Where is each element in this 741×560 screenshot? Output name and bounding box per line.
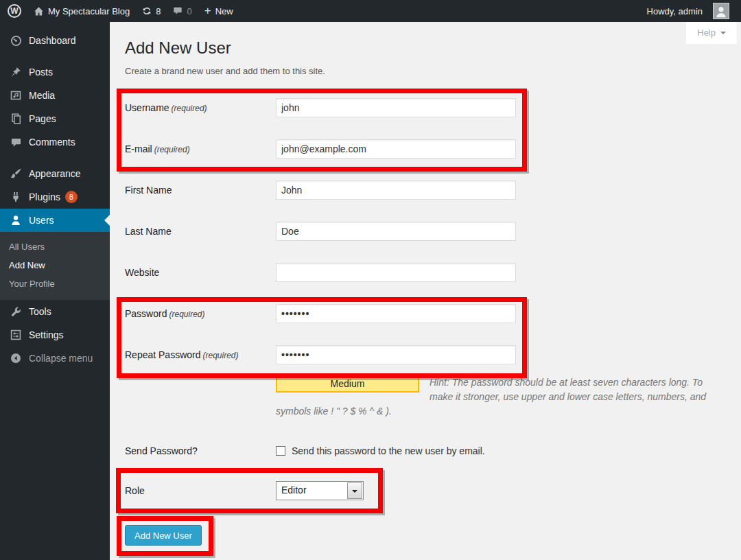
password-row: Password(required) <box>125 304 741 323</box>
send-password-label: Send Password? <box>125 445 276 456</box>
dashboard-icon <box>9 35 23 47</box>
my-account-menu[interactable]: Howdy, admin <box>641 0 741 22</box>
email-input[interactable] <box>276 139 516 159</box>
role-select[interactable]: Editor <box>276 481 364 500</box>
comments-bubble-icon <box>9 137 23 148</box>
sidebar-label: Comments <box>29 137 75 148</box>
sidebar-item-dashboard[interactable]: Dashboard <box>0 29 110 52</box>
menu-separator <box>0 52 110 60</box>
password-input[interactable] <box>276 304 516 323</box>
media-icon <box>9 90 23 101</box>
sidebar-item-comments[interactable]: Comments <box>0 130 110 154</box>
sidebar-item-media[interactable]: Media <box>0 84 110 107</box>
comments-link[interactable]: 0 <box>167 0 198 22</box>
sidebar-label: Collapse menu <box>29 353 93 364</box>
username-label: Username(required) <box>125 102 276 113</box>
admin-menu: Dashboard Posts Media Pages Comments App… <box>0 22 110 560</box>
comments-count: 0 <box>187 6 191 16</box>
appearance-brush-icon <box>9 168 23 179</box>
send-password-row: Send Password? Send this password to the… <box>125 441 741 460</box>
sidebar-label: Media <box>29 90 55 101</box>
updates-link[interactable]: 8 <box>136 0 167 22</box>
howdy-text: Howdy, admin <box>647 6 709 16</box>
wordpress-logo-icon: W <box>8 4 21 18</box>
submenu-item-add-new[interactable]: Add New <box>0 256 110 275</box>
password-strength-row: Medium Hint: The password should be at l… <box>276 375 707 421</box>
password-label: Password(required) <box>125 308 276 319</box>
required-note: (required) <box>172 104 207 113</box>
sidebar-item-users[interactable]: Users <box>0 209 110 232</box>
caret-down-icon <box>352 490 357 495</box>
last-name-input[interactable] <box>276 222 516 241</box>
repeat-password-label: Repeat Password(required) <box>125 349 276 360</box>
users-submenu: All Users Add New Your Profile <box>0 232 110 300</box>
username-input[interactable] <box>276 98 516 117</box>
sidebar-label: Settings <box>29 329 64 340</box>
send-password-option: Send this password to the new user by em… <box>276 445 485 456</box>
updates-count: 8 <box>156 6 161 16</box>
main-content: Help Add New User Create a brand new use… <box>110 22 741 560</box>
chevron-down-icon <box>720 32 726 37</box>
add-user-form: Username(required) E-mail(required) Firs… <box>110 98 741 546</box>
comments-bubble-icon <box>173 6 183 16</box>
sidebar-item-collapse-menu[interactable]: Collapse menu <box>0 347 110 370</box>
site-name-link[interactable]: My Spectacular Blog <box>27 0 136 22</box>
current-menu-arrow-icon <box>99 215 110 226</box>
submit-row: Add New User <box>125 525 741 546</box>
submenu-item-all-users[interactable]: All Users <box>0 237 110 256</box>
help-label: Help <box>697 27 716 38</box>
last-name-label: Last Name <box>125 226 276 237</box>
page-intro: Create a brand new user and add them to … <box>110 66 741 76</box>
required-note: (required) <box>203 351 239 360</box>
website-row: Website <box>125 263 741 282</box>
last-name-row: Last Name <box>125 222 741 241</box>
site-name: My Spectacular Blog <box>48 6 130 16</box>
email-label: E-mail(required) <box>125 143 276 154</box>
website-label: Website <box>125 267 276 278</box>
first-name-input[interactable] <box>276 180 516 200</box>
add-new-user-button[interactable]: Add New User <box>125 525 202 546</box>
plugins-plug-icon <box>9 191 23 202</box>
sidebar-item-pages[interactable]: Pages <box>0 107 110 130</box>
plus-icon: + <box>204 5 211 16</box>
repeat-password-row: Repeat Password(required) <box>125 345 741 364</box>
sidebar-item-tools[interactable]: Tools <box>0 300 110 323</box>
required-note: (required) <box>154 145 190 154</box>
send-password-checkbox[interactable] <box>276 446 285 456</box>
tools-wrench-icon <box>9 306 23 317</box>
website-input[interactable] <box>276 263 516 282</box>
send-password-checkbox-label: Send this password to the new user by em… <box>292 445 485 456</box>
repeat-password-input[interactable] <box>276 345 516 364</box>
sidebar-label: Tools <box>29 306 51 317</box>
sidebar-label: Users <box>29 215 54 226</box>
required-note: (required) <box>169 310 204 319</box>
new-label: New <box>215 6 233 16</box>
sidebar-label: Pages <box>29 113 56 124</box>
collapse-arrow-icon <box>9 353 23 364</box>
sidebar-label: Dashboard <box>29 35 76 46</box>
email-row: E-mail(required) <box>125 139 741 159</box>
users-person-icon <box>9 215 23 226</box>
plugins-update-badge: 8 <box>65 191 78 203</box>
sidebar-label: Posts <box>29 67 53 78</box>
sidebar-item-posts[interactable]: Posts <box>0 60 110 84</box>
sidebar-label: Plugins <box>29 191 60 202</box>
pages-icon <box>9 113 23 124</box>
first-name-row: First Name <box>125 180 741 200</box>
admin-bar: W My Spectacular Blog 8 0 + New Howdy, a… <box>0 0 741 22</box>
sidebar-item-settings[interactable]: Settings <box>0 323 110 347</box>
password-strength-meter: Medium <box>276 375 419 393</box>
help-tab[interactable]: Help <box>686 22 737 44</box>
avatar <box>713 3 729 19</box>
sidebar-label: Appearance <box>29 168 81 179</box>
submenu-item-your-profile[interactable]: Your Profile <box>0 275 110 293</box>
role-label: Role <box>125 485 276 496</box>
sidebar-item-appearance[interactable]: Appearance <box>0 162 110 185</box>
settings-sliders-icon <box>9 329 23 340</box>
wordpress-logo-menu[interactable]: W <box>0 0 27 22</box>
select-dropdown-button[interactable] <box>347 482 362 499</box>
updates-icon <box>142 6 152 16</box>
posts-pin-icon <box>9 67 23 78</box>
sidebar-item-plugins[interactable]: Plugins 8 <box>0 185 110 209</box>
new-content-menu[interactable]: + New <box>198 0 239 22</box>
